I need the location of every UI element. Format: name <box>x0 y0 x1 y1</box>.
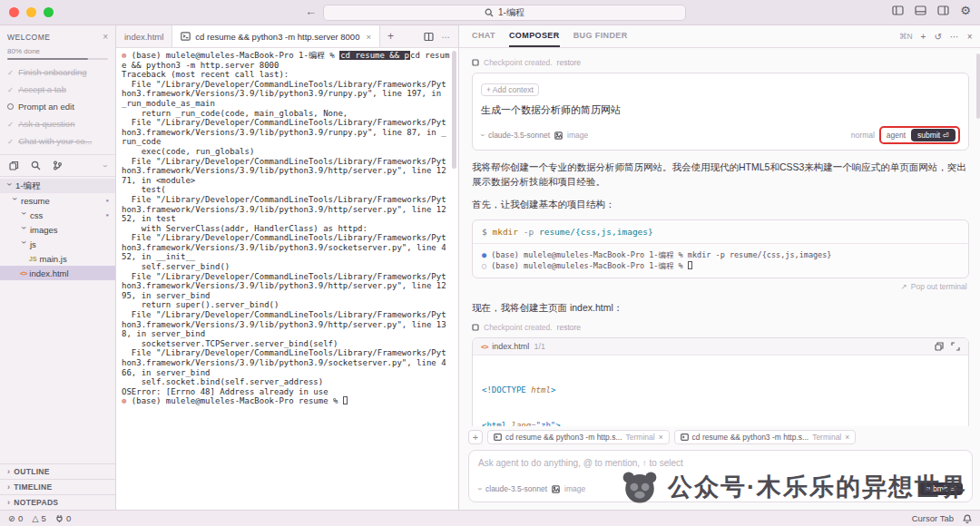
history-icon[interactable]: ↺ <box>934 32 941 42</box>
settings-gear-icon[interactable]: ⚙ <box>960 5 971 16</box>
tab-bug-finder[interactable]: BUG FINDER <box>573 25 628 47</box>
composer-scrollbar[interactable] <box>976 54 980 119</box>
cursor-tab-toggle[interactable]: Cursor Tab <box>912 513 954 523</box>
editor-scrollbar[interactable] <box>452 51 456 169</box>
new-tab-button[interactable]: + <box>380 25 401 47</box>
mode-normal-label[interactable]: normal <box>851 131 875 140</box>
tab-terminal[interactable]: cd resume && python3 -m http.server 8000… <box>172 25 380 47</box>
code-line: <!DOCTYPE html> <box>482 385 959 396</box>
user-prompt-text: 生成一个数据分析师的简历网站 <box>481 103 960 117</box>
close-window-button[interactable] <box>9 7 19 17</box>
running-dot-icon: ● <box>482 250 491 259</box>
welcome-item-ask-a-question[interactable]: ✓Ask a question <box>7 119 108 129</box>
close-icon[interactable]: × <box>659 433 663 442</box>
error-icon: ⊘ <box>8 513 15 523</box>
status-ports[interactable]: 0 <box>55 513 71 523</box>
files-icon[interactable] <box>9 161 19 170</box>
close-tab-icon[interactable]: × <box>366 32 371 42</box>
new-composer-button[interactable]: + <box>921 32 926 42</box>
search-icon[interactable] <box>31 161 41 170</box>
composer-panel: CHAT COMPOSER BUG FINDER ⌘N + ↺ ⋯ × Chec… <box>459 25 980 510</box>
model-selector[interactable]: claude-3.5-sonnet <box>485 484 547 493</box>
command-center-search[interactable]: 1-编程 <box>323 5 686 21</box>
welcome-panel: WELCOME × 80% done ✓Finish onboarding ✓A… <box>0 25 115 155</box>
tree-item-js[interactable]: ›js <box>0 237 115 251</box>
welcome-close-icon[interactable]: × <box>103 32 108 42</box>
close-panel-icon[interactable]: × <box>967 32 973 42</box>
user-prompt-card[interactable]: + Add context 生成一个数据分析师的简历网站 › claude-3.… <box>472 73 969 151</box>
close-icon[interactable]: × <box>845 433 849 442</box>
search-icon <box>485 8 494 17</box>
check-icon: ✓ <box>7 68 14 77</box>
back-icon[interactable]: ← <box>305 5 317 18</box>
editor-area: index.html cd resume && python3 -m http.… <box>116 25 459 510</box>
source-control-icon[interactable] <box>53 161 63 170</box>
image-label[interactable]: image <box>567 131 588 140</box>
tab-chat[interactable]: CHAT <box>472 25 495 47</box>
welcome-item-accept-a-tab[interactable]: ✓Accept a tab <box>7 84 108 94</box>
chevron-down-icon: › <box>478 134 487 137</box>
tree-item-images[interactable]: ›images <box>0 222 115 237</box>
tab-index-html[interactable]: index.html <box>116 25 172 47</box>
layout-icon[interactable] <box>937 5 949 16</box>
welcome-item-prompt-an-edit[interactable]: Prompt an edit <box>7 102 108 112</box>
watermark-text: 公众号·木乐乐的异想世界 <box>668 471 967 503</box>
sidebar-sections: ›OUTLINE ›TIMELINE ›NOTEPADS <box>0 463 115 510</box>
status-errors[interactable]: ⊘0 <box>8 513 23 523</box>
terminal-context-chip[interactable]: cd resume && python3 -m http.s... Termin… <box>674 430 857 444</box>
outline-section[interactable]: ›OUTLINE <box>0 463 115 479</box>
zoom-window-button[interactable] <box>44 7 54 17</box>
watermark-panda-logo <box>621 468 659 506</box>
checkpoint-icon <box>472 59 479 66</box>
image-label[interactable]: image <box>564 484 585 493</box>
restore-link[interactable]: restore <box>557 323 581 332</box>
toggle-panel-icon[interactable] <box>915 5 926 16</box>
welcome-item-finish-onboarding[interactable]: ✓Finish onboarding <box>7 67 108 77</box>
expand-icon[interactable] <box>951 342 960 351</box>
add-context-button[interactable]: + Add context <box>481 83 539 96</box>
app-window: ← → 1-编程 ⚙ WELCOME × 80% done ✓Finish on… <box>0 0 980 526</box>
restore-link[interactable]: restore <box>557 58 581 67</box>
editor-more-icon[interactable]: ⋯ <box>442 32 451 42</box>
tree-item-main-js[interactable]: JSmain.js <box>0 251 115 266</box>
welcome-item-chat[interactable]: ✓Chat with your co... <box>7 136 108 146</box>
shell-command: $ mkdir -p resume/{css,js,images} <box>473 220 968 244</box>
tree-item-resume[interactable]: ›resume● <box>0 193 115 208</box>
chevron-down-icon[interactable]: › <box>101 164 110 167</box>
check-icon: ✓ <box>7 85 14 94</box>
terminal-icon <box>494 433 502 441</box>
terminal-context-chip[interactable]: cd resume && python3 -m http.s... Termin… <box>487 430 670 444</box>
terminal-output: ⊗ (base) mulele@muleles-MacBook-Pro 1-编程… <box>116 48 458 510</box>
tree-item-index-html[interactable]: <>index.html <box>0 266 115 280</box>
notepads-section[interactable]: ›NOTEPADS <box>0 494 115 510</box>
composer-header: CHAT COMPOSER BUG FINDER ⌘N + ↺ ⋯ × <box>459 25 980 48</box>
minimize-window-button[interactable] <box>26 7 36 17</box>
terminal-output-line: ○ (base) mulele@muleles-MacBook-Pro 1-编程… <box>482 260 959 271</box>
submit-button[interactable]: submit ⏎ <box>911 129 956 141</box>
copy-icon[interactable] <box>935 342 944 351</box>
pop-out-terminal[interactable]: ↗ Pop out terminal <box>474 282 967 291</box>
terminal-prompt-line: ⊗ (base) mulele@muleles-MacBook-Pro resu… <box>122 396 451 406</box>
notifications-bell-icon[interactable] <box>963 514 972 523</box>
toggle-sidebar-icon[interactable] <box>892 5 904 16</box>
check-icon: ✓ <box>7 137 14 146</box>
terminal-cursor <box>343 396 348 404</box>
code-filename[interactable]: index.html <box>492 342 529 351</box>
welcome-progress-label: 80% done <box>7 47 108 55</box>
sidebar-toolbar: › <box>0 155 115 177</box>
file-explorer: ›1-编程 ›resume● ›css● ›images ›js JSmain.… <box>0 177 115 280</box>
status-warnings[interactable]: △5 <box>32 513 46 523</box>
pop-out-icon: ↗ <box>901 282 907 291</box>
model-selector[interactable]: claude-3.5-sonnet <box>488 131 550 140</box>
explorer-root-folder[interactable]: ›1-编程 <box>0 179 115 193</box>
tab-composer[interactable]: COMPOSER <box>509 25 560 47</box>
tree-item-css[interactable]: ›css● <box>0 208 115 222</box>
more-icon[interactable]: ⋯ <box>950 32 959 42</box>
add-context-chip-button[interactable]: + <box>468 430 483 444</box>
split-editor-icon[interactable] <box>424 32 434 42</box>
search-value: 1-编程 <box>498 6 524 19</box>
code-block-card: <> index.html 1/1 <!DOCTYPE html> <html … <box>472 337 969 426</box>
timeline-section[interactable]: ›TIMELINE <box>0 479 115 494</box>
agent-mode-button[interactable]: agent <box>887 131 906 140</box>
checkpoint-row: Checkpoint created. restore <box>472 58 969 67</box>
